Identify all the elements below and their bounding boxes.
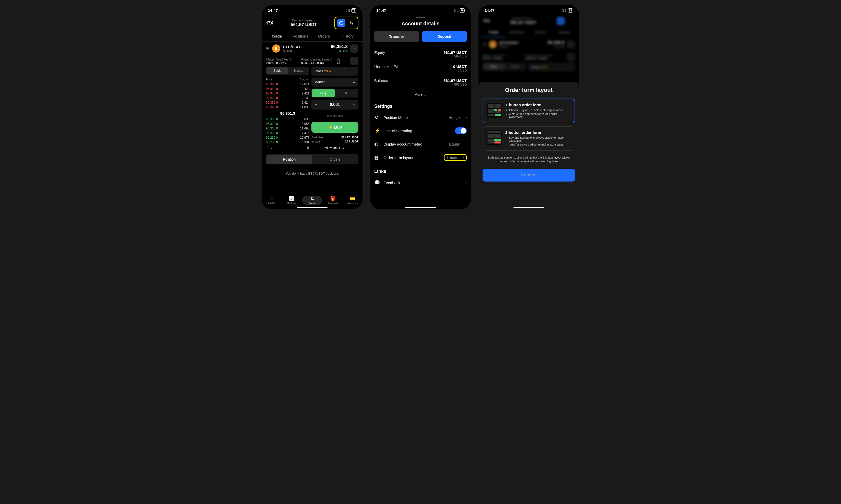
setting-display-metric[interactable]: ◐ Display account metric Equity › <box>370 138 471 150</box>
nav-markets[interactable]: 📈Markets <box>282 196 301 205</box>
home-indicator[interactable] <box>513 207 544 208</box>
qty-input[interactable]: 0.001 <box>321 102 349 107</box>
screen-account-details: 14:47 􀙇􀙈78 Account details Transfer Depo… <box>370 5 471 209</box>
order-layout-highlight: 1-button › <box>444 154 467 161</box>
sheet-handle[interactable] <box>416 17 425 18</box>
chevron-right-icon: › <box>466 180 467 185</box>
option-1-button[interactable]: 1-button order form Choose Buy or Sell b… <box>483 98 575 123</box>
settings-sliders-icon[interactable] <box>347 19 356 27</box>
sheet-title: Account details <box>370 21 471 26</box>
more-button[interactable]: ⋯ <box>350 44 358 53</box>
app-logo: ·PX <box>266 20 273 26</box>
chart-button[interactable] <box>350 57 358 65</box>
layout-footnote: Both layouts support 1-click trading, bu… <box>483 154 575 166</box>
nav-trade[interactable]: ⇅Trade <box>302 196 322 205</box>
qty-minus[interactable]: − <box>311 100 321 110</box>
pair-name: Bitcoin <box>283 49 328 53</box>
empty-positions: You don't have BTC/USDT positions <box>262 166 363 181</box>
nav-home[interactable]: ⌂Home <box>262 196 282 205</box>
wallet-icon[interactable] <box>337 19 345 27</box>
position-mode-icon: ⟲ <box>374 115 380 120</box>
status-bar: 14:47 􀙇 􀙈 78 <box>262 5 363 15</box>
main-tabs: Trade Positions Orders History <box>262 31 363 42</box>
option-1-title: 1-button order form <box>506 103 571 107</box>
toggle-book[interactable]: Book <box>266 67 288 74</box>
orderbook-asks: 96,390.012.074 96,380.019.420 96,370.09.… <box>266 82 309 110</box>
metric-icon: ◐ <box>374 141 380 147</box>
layout-modal: Order form layout 1-button order form Ch… <box>478 82 579 209</box>
battery-icon: 78 <box>351 8 356 13</box>
pair-change: +0.28% <box>331 49 348 53</box>
chevron-right-icon: › <box>466 142 467 146</box>
deposit-button[interactable]: Deposit <box>422 31 467 42</box>
link-feedback[interactable]: 💬 Feedback › <box>370 176 471 189</box>
setting-position-mode[interactable]: ⟲ Position Mode Hedge › <box>370 111 471 124</box>
nav-accounts[interactable]: 💳Accounts <box>343 196 363 205</box>
pair-symbol: BTC/USDT <box>283 45 328 49</box>
chevron-right-icon: › <box>463 155 464 160</box>
preview-1-button <box>487 103 502 118</box>
svg-point-4 <box>352 23 353 24</box>
side-buy[interactable]: Buy <box>312 89 335 97</box>
wifi-icon: 􀙈 <box>348 8 350 13</box>
chevron-down-icon: ⌄ <box>424 92 427 96</box>
orderbook-bids: 96,330.03.630 96,320.08.056 96,310.011.4… <box>266 117 309 145</box>
upl-row: Unrealized P/L 0 USDT0 USD <box>370 61 471 75</box>
gift-icon: 🎁 <box>323 196 343 201</box>
pair-price: 96,351.3 <box>331 44 348 49</box>
screen-trade: 14:47 􀙇 􀙈 78 ·PX Crypto Futures ⌄ 561.97… <box>262 5 363 209</box>
tab-positions[interactable]: Positions <box>289 31 312 41</box>
status-time: 14:47 <box>268 8 278 13</box>
grouping-dropdown[interactable]: 10 ⌄ <box>266 146 273 150</box>
layout-icon: ▦ <box>374 155 380 160</box>
qty-plus[interactable]: + <box>349 100 358 110</box>
toggle-trades[interactable]: Trades <box>288 67 309 74</box>
tab-trade[interactable]: Trade <box>265 31 289 41</box>
more-link[interactable]: More ⌄ <box>370 89 471 100</box>
buy-button[interactable]: ⚡ Buy <box>311 122 358 133</box>
home-indicator[interactable] <box>405 207 436 208</box>
screen-layout-modal: 14:47 􀙇􀙈78 ·PX Crypto Futures ⌄ 561.97 U… <box>478 5 579 209</box>
side-sell[interactable]: Sell <box>335 89 358 97</box>
book-view-icon[interactable] <box>307 147 309 149</box>
trade-icon: ⇅ <box>302 196 322 201</box>
setting-order-layout[interactable]: ▦ Order form layout 1-button › <box>370 150 471 165</box>
order-type-dropdown[interactable]: Market ⌄ <box>311 78 358 87</box>
tab-orders[interactable]: Orders <box>312 31 336 41</box>
modal-title: Order form layout <box>483 87 575 93</box>
market-price-label: Market Price <box>311 112 358 122</box>
wallet-icon: 💳 <box>343 196 363 201</box>
view-details-link[interactable]: View details ⌄ <box>311 143 358 152</box>
equity-row: Equity 561.97 USDT≈ 562 USD <box>370 47 471 61</box>
margin-mode-dropdown[interactable]: Cross 200x <box>311 67 358 76</box>
balance-row: Balance 561.97 USDT≈ 562 USD <box>370 75 471 89</box>
settings-header: Settings <box>370 100 471 111</box>
toggle-position[interactable]: Position <box>266 155 312 164</box>
svg-point-1 <box>350 22 351 22</box>
chart-icon: 📈 <box>282 196 301 201</box>
links-header: Links <box>370 165 471 176</box>
confirm-button[interactable]: Confirm <box>483 169 575 182</box>
coin-icon: ₿ <box>272 44 280 53</box>
chevron-down-icon: ⌄ <box>313 19 316 22</box>
feedback-icon: 💬 <box>374 180 380 185</box>
market-type-dropdown[interactable]: Crypto Futures ⌄ <box>276 19 331 22</box>
transfer-button[interactable]: Transfer <box>374 31 419 42</box>
financing-rate: 0.0021% / 0.008% <box>301 61 333 64</box>
info-icon[interactable]: ⓘ <box>330 58 332 61</box>
home-indicator[interactable] <box>297 207 328 208</box>
header-actions-highlighted <box>334 17 358 29</box>
blurred-background: ·PX Crypto Futures ⌄ 561.97 USDT Trade P… <box>478 15 579 74</box>
svg-rect-0 <box>339 22 343 24</box>
nav-rewards[interactable]: 🎁Rewards <box>323 196 343 205</box>
toggle-orders[interactable]: Orders <box>312 155 358 164</box>
menu-icon[interactable]: ☰ <box>266 46 269 51</box>
setting-one-click[interactable]: ⚡ One-click trading <box>370 124 471 138</box>
maker-taker-fee: 0.01% / 0.045% <box>266 61 297 64</box>
info-icon[interactable]: ⓘ <box>289 58 292 61</box>
tab-history[interactable]: History <box>336 31 360 41</box>
home-icon: ⌂ <box>262 196 282 201</box>
one-click-toggle[interactable] <box>455 127 467 134</box>
option-2-button[interactable]: 2-button order form Buy and Sell buttons… <box>483 126 575 151</box>
signal-icon: 􀙇 <box>346 8 347 13</box>
